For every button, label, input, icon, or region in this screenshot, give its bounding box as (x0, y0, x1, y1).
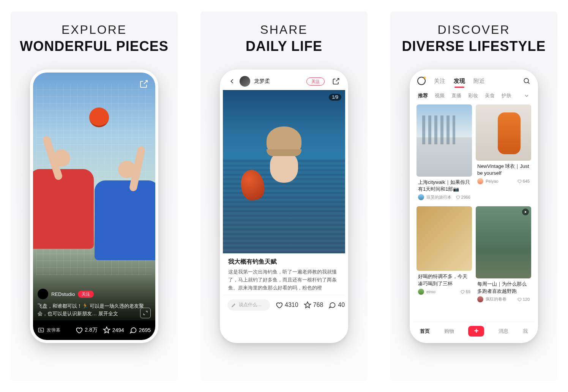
share-icon[interactable] (332, 77, 340, 85)
feed-card[interactable]: NewVintage 球衣｜Just be yourself Peiyao 64… (476, 104, 531, 202)
author-name[interactable]: 琼昊的旅行本 (426, 194, 451, 200)
nav-messages[interactable]: 消息 (499, 328, 508, 335)
share-icon[interactable] (139, 79, 148, 89)
tab-nearby[interactable]: 附近 (473, 77, 485, 85)
caption-line1: SHARE (246, 23, 322, 37)
like-button[interactable]: 4310 (275, 301, 298, 309)
pen-icon (231, 302, 237, 308)
video-caption[interactable]: 飞盘，和谁都可以！🏃 可以是一场久违的老友聚会，也可以是认识新朋友… 展开全文 (38, 302, 151, 317)
category-bar[interactable]: 推荐 视频 直播 彩妆 美食 护肤 (413, 89, 535, 102)
expand-text[interactable]: 展开全文 (98, 311, 118, 316)
author-name[interactable]: REDstudio (51, 291, 75, 297)
nav-home[interactable]: 首页 (420, 328, 430, 335)
feed-card[interactable]: 上海citywalk｜如果你只有1天时间和1部📷 琼昊的旅行本 2966 (417, 104, 472, 202)
card-title: 每周一山｜为什么那么多跑者喜欢越野跑 (476, 278, 531, 296)
comment-button[interactable]: 405 (328, 301, 348, 309)
tab-discover[interactable]: 发现 (454, 77, 465, 85)
author-avatar[interactable] (477, 178, 483, 184)
card-meta: Peiyao 645 (476, 178, 531, 187)
nav-shop[interactable]: 购物 (444, 328, 454, 335)
nav-me[interactable]: 我 (523, 328, 528, 335)
author-name[interactable]: eimo (426, 289, 435, 294)
feed-card[interactable]: 好喝的特调不多，今天凑巧喝到了三杯 eimo 69 (417, 206, 472, 304)
demo-phone-2: 龙梦柔 关注 1/9 我大概有钓鱼天赋 这是我第一次出海钓鱼，听了一遍老师教的我… (220, 70, 348, 343)
card-meta: 疯狂的卷卷 120 (476, 296, 531, 305)
heart-icon (75, 326, 83, 334)
favorite-button[interactable]: 768 (304, 301, 323, 309)
like-button[interactable]: 2.8万 (75, 326, 97, 334)
comment-input[interactable]: 说点什么… (227, 299, 270, 311)
author-avatar[interactable] (418, 289, 424, 295)
follow-button[interactable]: 关注 (78, 291, 94, 298)
caption-line2: DAILY LIFE (246, 38, 322, 54)
chevron-down-icon[interactable] (524, 93, 530, 99)
follow-button[interactable]: 关注 (306, 77, 325, 85)
caption-line2: WONDERFUL PIECES (20, 38, 168, 54)
svg-point-1 (524, 78, 529, 83)
user-name[interactable]: 龙梦柔 (254, 78, 270, 85)
comment-button[interactable]: 2695 (129, 326, 151, 334)
search-icon[interactable] (523, 77, 530, 85)
fullscreen-icon[interactable] (140, 308, 151, 318)
tab-follow[interactable]: 关注 (434, 77, 445, 85)
caption-2: SHARE DAILY LIFE (246, 23, 322, 54)
caption-line1: EXPLORE (20, 23, 168, 37)
user-avatar[interactable] (240, 76, 250, 87)
cat-makeup[interactable]: 彩妆 (468, 92, 478, 99)
marketing-panel-2: SHARE DAILY LIFE 龙梦柔 关注 1/9 我大概有 (200, 11, 368, 381)
play-icon (522, 209, 529, 215)
like-count[interactable]: 69 (460, 289, 470, 294)
heart-icon (275, 301, 283, 309)
card-title: 好喝的特调不多，今天凑巧喝到了三杯 (417, 271, 472, 288)
like-count[interactable]: 2966 (456, 195, 470, 199)
comment-icon (328, 301, 336, 309)
camera-icon[interactable] (417, 77, 426, 85)
post-title: 我大概有钓鱼天赋 (223, 253, 345, 268)
caption-1: EXPLORE WONDERFUL PIECES (20, 23, 168, 54)
like-count[interactable]: 645 (517, 179, 530, 183)
author-avatar[interactable] (38, 289, 48, 299)
post-photo[interactable]: 1/9 (223, 90, 345, 253)
player-blue (95, 161, 158, 278)
cat-live[interactable]: 直播 (451, 92, 461, 99)
danmu-button[interactable]: 发弹幕 (38, 327, 60, 334)
cat-video[interactable]: 视频 (435, 92, 445, 99)
author-avatar[interactable] (418, 194, 424, 200)
star-icon (103, 326, 110, 334)
demo-phone-1: REDstudio 关注 飞盘，和谁都可以！🏃 可以是一场久违的老友聚会，也可以… (30, 70, 158, 343)
card-thumb[interactable] (417, 104, 472, 177)
author-name[interactable]: 疯狂的卷卷 (486, 296, 506, 302)
person-graphic (267, 126, 301, 183)
author-avatar[interactable] (477, 296, 483, 302)
bottom-nav: 首页 购物 + 消息 我 (413, 322, 535, 340)
caption-3: DISCOVER DIVERSE LIFESTYLE (402, 23, 546, 54)
star-icon (304, 301, 311, 309)
post-header: 龙梦柔 关注 (223, 73, 345, 90)
cat-food[interactable]: 美食 (485, 92, 495, 99)
cat-skin[interactable]: 护肤 (502, 92, 511, 99)
caption-line2: DIVERSE LIFESTYLE (402, 38, 546, 54)
feed-grid[interactable]: 上海citywalk｜如果你只有1天时间和1部📷 琼昊的旅行本 2966 New… (413, 102, 535, 322)
video-action-bar: 发弹幕 2.8万 2494 2695 (33, 320, 155, 340)
card-thumb[interactable] (476, 104, 531, 161)
marketing-panel-1: EXPLORE WONDERFUL PIECES REDstudio 关注 飞盘… (11, 11, 178, 381)
post-action-bar: 说点什么… 4310 768 405 (223, 295, 345, 315)
video-overlay: REDstudio 关注 飞盘，和谁都可以！🏃 可以是一场久违的老友聚会，也可以… (38, 289, 151, 320)
video-feed-content[interactable]: REDstudio 关注 飞盘，和谁都可以！🏃 可以是一场久违的老友聚会，也可以… (33, 73, 155, 320)
compose-button[interactable]: + (468, 326, 484, 337)
comment-icon (129, 326, 137, 334)
card-title: 上海citywalk｜如果你只有1天时间和1部📷 (417, 177, 472, 194)
card-thumb[interactable] (417, 206, 472, 271)
favorite-button[interactable]: 2494 (103, 326, 124, 334)
author-row[interactable]: REDstudio 关注 (38, 289, 151, 299)
feed-card[interactable]: 每周一山｜为什么那么多跑者喜欢越野跑 疯狂的卷卷 120 (476, 206, 531, 304)
author-name[interactable]: Peiyao (486, 179, 499, 183)
top-tab-bar: 关注 发现 附近 (413, 73, 535, 89)
back-icon[interactable] (228, 77, 236, 85)
danmu-icon (38, 327, 44, 334)
like-count[interactable]: 120 (517, 297, 530, 302)
person-beanie (267, 126, 301, 156)
card-thumb[interactable] (476, 206, 531, 278)
cat-recommend[interactable]: 推荐 (418, 92, 428, 99)
svg-rect-0 (38, 328, 44, 332)
